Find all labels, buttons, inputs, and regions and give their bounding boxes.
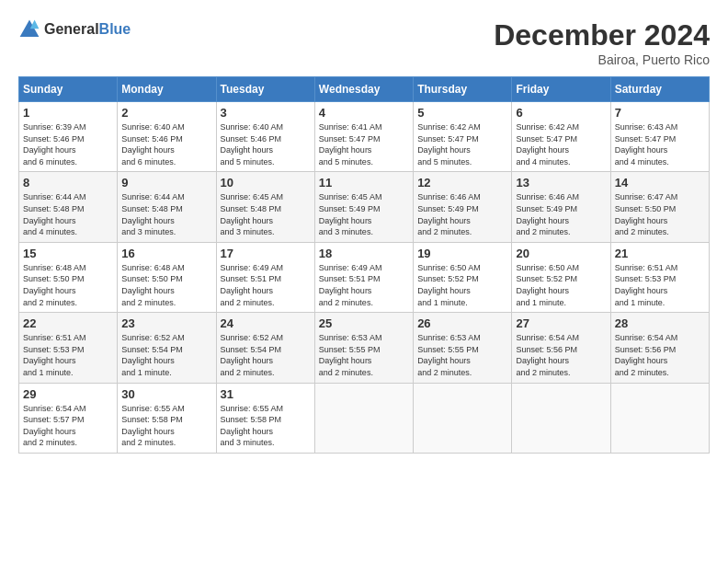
weekday-header-row: SundayMondayTuesdayWednesdayThursdayFrid… bbox=[19, 77, 710, 102]
day-number: 30 bbox=[121, 387, 211, 401]
day-number: 10 bbox=[221, 176, 311, 190]
calendar-cell: 16Sunrise: 6:48 AMSunset: 5:50 PMDayligh… bbox=[118, 242, 216, 312]
calendar-cell: 13Sunrise: 6:46 AMSunset: 5:49 PMDayligh… bbox=[512, 172, 610, 242]
calendar-cell: 29Sunrise: 6:54 AMSunset: 5:57 PMDayligh… bbox=[19, 383, 118, 453]
day-number: 25 bbox=[319, 316, 409, 330]
day-info: Sunrise: 6:53 AMSunset: 5:55 PMDaylight … bbox=[319, 332, 409, 378]
calendar-cell bbox=[610, 383, 709, 453]
calendar-cell: 11Sunrise: 6:45 AMSunset: 5:49 PMDayligh… bbox=[314, 172, 413, 242]
logo-general-text: General bbox=[44, 21, 99, 37]
day-number: 15 bbox=[23, 247, 113, 260]
title-area: December 2024 Bairoa, Puerto Rico bbox=[494, 18, 710, 67]
day-info: Sunrise: 6:43 AMSunset: 5:47 PMDaylight … bbox=[615, 121, 705, 167]
day-info: Sunrise: 6:44 AMSunset: 5:48 PMDaylight … bbox=[23, 191, 113, 237]
day-number: 18 bbox=[319, 247, 409, 260]
day-info: Sunrise: 6:45 AMSunset: 5:49 PMDaylight … bbox=[319, 191, 409, 237]
day-number: 9 bbox=[121, 176, 211, 190]
day-number: 23 bbox=[121, 316, 211, 330]
day-number: 3 bbox=[221, 106, 311, 120]
logo-icon bbox=[18, 18, 40, 40]
calendar-cell: 23Sunrise: 6:52 AMSunset: 5:54 PMDayligh… bbox=[118, 313, 216, 383]
day-number: 26 bbox=[417, 316, 507, 330]
day-number: 1 bbox=[23, 106, 113, 120]
day-info: Sunrise: 6:49 AMSunset: 5:51 PMDaylight … bbox=[319, 262, 409, 308]
day-info: Sunrise: 6:44 AMSunset: 5:48 PMDaylight … bbox=[121, 191, 211, 237]
day-number: 22 bbox=[23, 316, 113, 330]
calendar-cell: 30Sunrise: 6:55 AMSunset: 5:58 PMDayligh… bbox=[118, 383, 216, 453]
calendar-cell: 21Sunrise: 6:51 AMSunset: 5:53 PMDayligh… bbox=[610, 242, 709, 312]
day-info: Sunrise: 6:50 AMSunset: 5:52 PMDaylight … bbox=[417, 262, 507, 308]
calendar-week-3: 15Sunrise: 6:48 AMSunset: 5:50 PMDayligh… bbox=[19, 242, 710, 312]
day-number: 2 bbox=[121, 106, 211, 120]
day-info: Sunrise: 6:54 AMSunset: 5:57 PMDaylight … bbox=[23, 403, 113, 449]
calendar-cell: 10Sunrise: 6:45 AMSunset: 5:48 PMDayligh… bbox=[216, 172, 314, 242]
weekday-header-monday: Monday bbox=[118, 77, 216, 102]
calendar-cell: 18Sunrise: 6:49 AMSunset: 5:51 PMDayligh… bbox=[314, 242, 413, 312]
day-info: Sunrise: 6:51 AMSunset: 5:53 PMDaylight … bbox=[23, 332, 113, 378]
day-info: Sunrise: 6:50 AMSunset: 5:52 PMDaylight … bbox=[516, 262, 606, 308]
day-number: 4 bbox=[319, 106, 409, 120]
calendar-table: SundayMondayTuesdayWednesdayThursdayFrid… bbox=[18, 76, 710, 454]
day-number: 24 bbox=[221, 316, 311, 330]
calendar-cell: 27Sunrise: 6:54 AMSunset: 5:56 PMDayligh… bbox=[512, 313, 610, 383]
page-header: GeneralBlue December 2024 Bairoa, Puerto… bbox=[18, 18, 710, 67]
calendar-cell bbox=[414, 383, 512, 453]
day-number: 20 bbox=[516, 247, 606, 260]
day-info: Sunrise: 6:55 AMSunset: 5:58 PMDaylight … bbox=[121, 403, 211, 449]
day-info: Sunrise: 6:47 AMSunset: 5:50 PMDaylight … bbox=[615, 191, 705, 237]
day-info: Sunrise: 6:42 AMSunset: 5:47 PMDaylight … bbox=[417, 121, 507, 167]
day-info: Sunrise: 6:52 AMSunset: 5:54 PMDaylight … bbox=[121, 332, 211, 378]
calendar-cell: 1Sunrise: 6:39 AMSunset: 5:46 PMDaylight… bbox=[19, 102, 118, 172]
day-number: 12 bbox=[417, 176, 507, 190]
day-info: Sunrise: 6:52 AMSunset: 5:54 PMDaylight … bbox=[221, 332, 311, 378]
day-number: 31 bbox=[221, 387, 311, 401]
calendar-cell: 6Sunrise: 6:42 AMSunset: 5:47 PMDaylight… bbox=[512, 102, 610, 172]
day-info: Sunrise: 6:54 AMSunset: 5:56 PMDaylight … bbox=[615, 332, 705, 378]
calendar-cell: 24Sunrise: 6:52 AMSunset: 5:54 PMDayligh… bbox=[216, 313, 314, 383]
weekday-header-saturday: Saturday bbox=[610, 77, 709, 102]
day-info: Sunrise: 6:46 AMSunset: 5:49 PMDaylight … bbox=[516, 191, 606, 237]
day-info: Sunrise: 6:40 AMSunset: 5:46 PMDaylight … bbox=[121, 121, 211, 167]
calendar-cell bbox=[314, 383, 413, 453]
day-number: 6 bbox=[516, 106, 606, 120]
calendar-cell: 17Sunrise: 6:49 AMSunset: 5:51 PMDayligh… bbox=[216, 242, 314, 312]
day-number: 13 bbox=[516, 176, 606, 190]
day-info: Sunrise: 6:55 AMSunset: 5:58 PMDaylight … bbox=[221, 403, 311, 449]
weekday-header-tuesday: Tuesday bbox=[216, 77, 314, 102]
calendar-cell: 19Sunrise: 6:50 AMSunset: 5:52 PMDayligh… bbox=[414, 242, 512, 312]
logo-blue-text: Blue bbox=[99, 21, 131, 37]
calendar-cell: 8Sunrise: 6:44 AMSunset: 5:48 PMDaylight… bbox=[19, 172, 118, 242]
day-number: 17 bbox=[221, 247, 311, 260]
day-info: Sunrise: 6:41 AMSunset: 5:47 PMDaylight … bbox=[319, 121, 409, 167]
day-info: Sunrise: 6:49 AMSunset: 5:51 PMDaylight … bbox=[221, 262, 311, 308]
calendar-cell: 5Sunrise: 6:42 AMSunset: 5:47 PMDaylight… bbox=[414, 102, 512, 172]
calendar-cell: 22Sunrise: 6:51 AMSunset: 5:53 PMDayligh… bbox=[19, 313, 118, 383]
day-number: 7 bbox=[615, 106, 705, 120]
day-info: Sunrise: 6:54 AMSunset: 5:56 PMDaylight … bbox=[516, 332, 606, 378]
weekday-header-sunday: Sunday bbox=[19, 77, 118, 102]
calendar-cell: 31Sunrise: 6:55 AMSunset: 5:58 PMDayligh… bbox=[216, 383, 314, 453]
day-number: 21 bbox=[615, 247, 705, 260]
calendar-cell bbox=[512, 383, 610, 453]
calendar-cell: 4Sunrise: 6:41 AMSunset: 5:47 PMDaylight… bbox=[314, 102, 413, 172]
calendar-cell: 2Sunrise: 6:40 AMSunset: 5:46 PMDaylight… bbox=[118, 102, 216, 172]
calendar-cell: 3Sunrise: 6:40 AMSunset: 5:46 PMDaylight… bbox=[216, 102, 314, 172]
calendar-week-4: 22Sunrise: 6:51 AMSunset: 5:53 PMDayligh… bbox=[19, 313, 710, 383]
location-subtitle: Bairoa, Puerto Rico bbox=[494, 52, 710, 67]
day-number: 11 bbox=[319, 176, 409, 190]
day-number: 27 bbox=[516, 316, 606, 330]
calendar-cell: 14Sunrise: 6:47 AMSunset: 5:50 PMDayligh… bbox=[610, 172, 709, 242]
calendar-cell: 15Sunrise: 6:48 AMSunset: 5:50 PMDayligh… bbox=[19, 242, 118, 312]
day-info: Sunrise: 6:53 AMSunset: 5:55 PMDaylight … bbox=[417, 332, 507, 378]
day-number: 8 bbox=[23, 176, 113, 190]
weekday-header-wednesday: Wednesday bbox=[314, 77, 413, 102]
calendar-week-5: 29Sunrise: 6:54 AMSunset: 5:57 PMDayligh… bbox=[19, 383, 710, 453]
day-info: Sunrise: 6:39 AMSunset: 5:46 PMDaylight … bbox=[23, 121, 113, 167]
calendar-cell: 25Sunrise: 6:53 AMSunset: 5:55 PMDayligh… bbox=[314, 313, 413, 383]
calendar-week-2: 8Sunrise: 6:44 AMSunset: 5:48 PMDaylight… bbox=[19, 172, 710, 242]
day-info: Sunrise: 6:48 AMSunset: 5:50 PMDaylight … bbox=[23, 262, 113, 308]
day-number: 5 bbox=[417, 106, 507, 120]
weekday-header-friday: Friday bbox=[512, 77, 610, 102]
day-info: Sunrise: 6:45 AMSunset: 5:48 PMDaylight … bbox=[221, 191, 311, 237]
weekday-header-thursday: Thursday bbox=[414, 77, 512, 102]
